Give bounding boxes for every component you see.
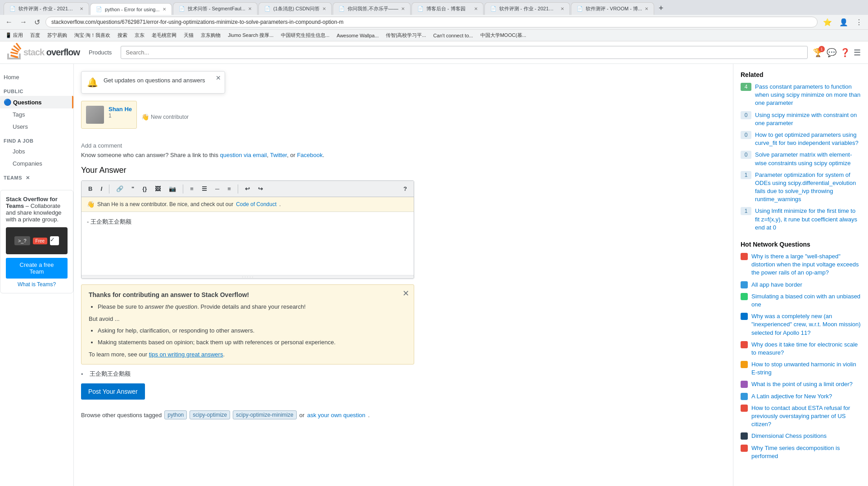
- bookmark-maotao[interactable]: 老毛桃官网: [150, 31, 178, 40]
- tag-scipy-optimize-minimize[interactable]: scipy-optimize-minimize: [233, 410, 296, 419]
- editor-content-area[interactable]: - 王企鹅王企鹅额: [81, 212, 414, 275]
- hamburger-icon[interactable]: ☰: [854, 48, 861, 58]
- hot-network-link-0[interactable]: Why is there a large "well-shaped" disto…: [751, 252, 861, 277]
- toolbar-italic[interactable]: I: [97, 184, 105, 194]
- hot-network-link-3[interactable]: Why was a completely new (an "inexperien…: [751, 312, 861, 337]
- browser-tab-8[interactable]: 📄 软件测评 - VROOM - 博... ✕: [571, 2, 654, 15]
- code-of-conduct-link[interactable]: Code of Conduct: [236, 201, 276, 207]
- editor-resize-handle[interactable]: · · · · ·: [81, 275, 414, 279]
- toolbar-indent[interactable]: ≡: [224, 184, 234, 194]
- related-link-0[interactable]: Pass constant parameters to function whe…: [755, 83, 861, 108]
- browser-tab-5[interactable]: 📄 你问我答,不亦乐乎—— ✕: [333, 2, 411, 15]
- what-is-teams-link[interactable]: What is Teams?: [6, 281, 68, 288]
- bookmark-mooc[interactable]: 中国大学MOOC(慕...: [479, 31, 528, 40]
- tag-scipy-optimize[interactable]: scipy-optimize: [190, 410, 230, 419]
- tab-4-close[interactable]: ✕: [322, 6, 326, 11]
- tab-5-close[interactable]: ✕: [401, 6, 405, 11]
- bookmark-wallpaper[interactable]: Awesome Wallpa...: [335, 32, 381, 39]
- browser-tab-2[interactable]: 📄 python - Error for using... ✕: [90, 3, 172, 15]
- hot-network-link-4[interactable]: Why does it take time for electronic sca…: [751, 341, 861, 357]
- notification-close-icon[interactable]: ✕: [216, 74, 221, 81]
- post-answer-button[interactable]: Post Your Answer: [81, 383, 145, 400]
- browser-tab-7[interactable]: 📄 软件评测 - 作业 - 2021秋... ✕: [484, 2, 570, 15]
- toolbar-camera[interactable]: 📷: [166, 184, 179, 194]
- toolbar-code[interactable]: {}: [139, 184, 150, 194]
- bookmark-jd[interactable]: 京东: [133, 31, 146, 40]
- hot-network-link-5[interactable]: How to stop unwanted harmonic in violin …: [751, 360, 861, 377]
- browser-tab-6[interactable]: 📄 博客后台 - 博客园 ✕: [411, 2, 484, 15]
- tips-writing-link[interactable]: tips on writing great answers: [149, 351, 223, 358]
- hot-network-link-7[interactable]: A Latin adjective for New York?: [751, 392, 832, 400]
- browser-tab-4[interactable]: 📄 (1条消息) CSDN问答 ✕: [258, 2, 332, 15]
- back-button[interactable]: ←: [4, 17, 14, 27]
- help-icon[interactable]: ❓: [840, 48, 850, 58]
- share-facebook-link[interactable]: Facebook: [297, 152, 323, 158]
- hot-network-link-9[interactable]: Dimensional Chess positions: [751, 432, 827, 440]
- teams-close-icon[interactable]: ✕: [26, 175, 30, 180]
- toolbar-rule[interactable]: ─: [212, 184, 222, 194]
- forward-button[interactable]: →: [18, 17, 29, 27]
- inbox-icon[interactable]: 💬: [827, 48, 836, 58]
- toolbar-undo[interactable]: ↩: [242, 184, 253, 194]
- related-link-4[interactable]: Parameter optimization for system of ODE…: [755, 171, 861, 204]
- extensions-button[interactable]: ⭐: [821, 17, 834, 27]
- tab-8-close[interactable]: ✕: [645, 6, 648, 11]
- tag-python[interactable]: python: [164, 410, 187, 419]
- share-email-link[interactable]: email: [253, 152, 267, 158]
- so-logo[interactable]: stack overflow: [7, 43, 80, 62]
- bookmark-baidu[interactable]: 百度: [28, 31, 42, 40]
- bookmark-jiumo[interactable]: Jiumo Search 搜厚...: [226, 31, 275, 40]
- share-question-link[interactable]: question via: [220, 152, 251, 158]
- bookmark-taobao[interactable]: 淘宝·淘！我喜欢: [72, 31, 112, 40]
- user-name[interactable]: Shan He: [108, 106, 132, 112]
- hot-network-link-10[interactable]: Why Time series decomposition is perform…: [751, 444, 861, 460]
- toolbar-ol[interactable]: ≡: [187, 184, 197, 194]
- tab-1-close[interactable]: ✕: [80, 6, 83, 11]
- toolbar-redo[interactable]: ↪: [255, 184, 266, 194]
- sidebar-item-questions[interactable]: 🔵 Questions: [0, 96, 73, 108]
- hot-network-link-8[interactable]: How to contact about ESTA refusal for pr…: [751, 404, 861, 429]
- ask-own-question-link[interactable]: ask your own question: [307, 412, 365, 418]
- bookmark-jdshopping[interactable]: 京东购物: [199, 31, 222, 40]
- bookmark-grad[interactable]: 中国研究生招生信息...: [279, 31, 331, 40]
- toolbar-ul[interactable]: ☰: [199, 184, 210, 194]
- toolbar-help[interactable]: ?: [400, 184, 410, 194]
- sidebar-item-users[interactable]: Users: [0, 121, 73, 133]
- toolbar-image[interactable]: 🖼: [152, 184, 164, 194]
- hot-network-link-1[interactable]: All app have border: [751, 281, 802, 289]
- share-twitter-link[interactable]: Twitter: [270, 152, 287, 158]
- toolbar-blockquote[interactable]: ": [128, 184, 137, 194]
- bookmark-chuanzhi[interactable]: 传智|高校学习平...: [384, 31, 428, 40]
- tab-2-close[interactable]: ✕: [163, 7, 166, 12]
- create-team-button[interactable]: Create a free Team: [6, 258, 68, 279]
- tab-7-close[interactable]: ✕: [561, 6, 564, 11]
- bookmark-search[interactable]: 搜索: [116, 31, 129, 40]
- reload-button[interactable]: ↺: [32, 17, 42, 27]
- related-link-5[interactable]: Using lmfit minimize for the first time …: [755, 207, 861, 232]
- related-link-3[interactable]: Solve parameter matrix with element-wise…: [755, 151, 861, 167]
- sidebar-item-companies[interactable]: Companies: [0, 158, 73, 170]
- add-comment-link[interactable]: Add a comment: [81, 142, 122, 149]
- sidebar-item-jobs[interactable]: Jobs: [0, 145, 73, 158]
- tab-3-close[interactable]: ✕: [248, 6, 252, 11]
- search-input[interactable]: [121, 46, 808, 59]
- profile-button[interactable]: 👤: [837, 17, 850, 27]
- hot-network-link-6[interactable]: What is the point of using a limit order…: [751, 380, 853, 388]
- related-link-2[interactable]: How to get optimized parameters using cu…: [755, 131, 861, 147]
- toolbar-link[interactable]: 🔗: [113, 184, 127, 194]
- browser-tab-1[interactable]: 📄 软件评测 - 作业 - 2021秋... ✕: [4, 2, 89, 15]
- related-link-1[interactable]: Using scipy minimize with constraint on …: [755, 111, 861, 127]
- tab-6-close[interactable]: ✕: [474, 6, 478, 11]
- achievements-icon[interactable]: 🏆 1: [813, 48, 823, 58]
- toolbar-bold[interactable]: B: [85, 184, 95, 194]
- sidebar-item-tags[interactable]: Tags: [0, 108, 73, 121]
- products-button[interactable]: Products: [85, 47, 115, 58]
- browser-tab-3[interactable]: 📄 技术问答 - SegmentFaul... ✕: [173, 2, 258, 15]
- bookmark-tmall[interactable]: 天猫: [182, 31, 195, 40]
- menu-button[interactable]: ⋮: [854, 17, 864, 27]
- address-bar[interactable]: [45, 17, 818, 27]
- new-tab-button[interactable]: +: [655, 2, 667, 15]
- hot-network-link-2[interactable]: Simulating a biased coin with an unbiase…: [751, 292, 861, 309]
- bookmark-apps[interactable]: 📱 应用: [4, 31, 25, 40]
- bookmark-cantconnect[interactable]: Can't connect to...: [431, 32, 475, 39]
